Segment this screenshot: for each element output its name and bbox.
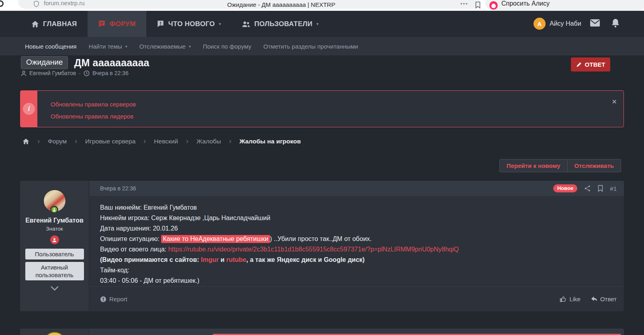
messages-icon[interactable]	[590, 19, 600, 27]
thread-title: ДМ аааааааааа	[74, 57, 149, 69]
site-security-icon[interactable]	[33, 0, 39, 7]
nav-users[interactable]: ПОЛЬЗОВАТЕЛИ ▾	[231, 11, 329, 37]
nav-whats-new[interactable]: ЧТО НОВОГО ▾	[146, 11, 231, 37]
thread-author-link[interactable]: Евгений Гумбатов	[29, 70, 76, 76]
post-1: Евгений Гумбатов Знаток Пользователь Акт…	[20, 181, 624, 311]
reply-post-button[interactable]: Ответ	[591, 296, 617, 302]
breadcrumb-player-complaints[interactable]: Жалобы на игроков	[239, 138, 301, 145]
thread-header: Ожидание ДМ аааааааааа	[21, 56, 149, 69]
chevron-down-icon: ▾	[219, 22, 221, 26]
rutube-link[interactable]: rutube	[226, 256, 246, 263]
author-rank: Знаток	[46, 226, 63, 232]
whats-new-icon	[157, 20, 164, 28]
tab-title: Ожидание - ДМ аааааааааа | NEXTRP	[161, 1, 402, 8]
subnav-watched[interactable]: Отслеживаемые▾	[139, 43, 191, 50]
post-header: Вчера в 22:36 Новое #1	[90, 181, 624, 196]
report-icon	[100, 296, 106, 302]
rutube-video-link[interactable]: https://rutube.ru/video/private/2c3b1c11…	[168, 246, 459, 253]
chevron-down-icon: ▾	[317, 22, 319, 26]
notice-accent-strip: i	[20, 91, 37, 127]
notifications-icon[interactable]	[611, 18, 620, 28]
notice-banner: i Обновлены правила серверов Обновлены п…	[20, 90, 624, 127]
thread-date-link[interactable]: Вчера в 22:36	[92, 70, 129, 76]
bookmark-page-icon[interactable]	[475, 1, 481, 9]
share-icon[interactable]	[584, 185, 591, 192]
post-body: Ваш никнейм: Евгений Гумбатов Никнейм иг…	[90, 196, 624, 286]
nav-user-area: А Айсу Наби	[534, 18, 638, 31]
url-text: forum.nextrp.ru	[44, 0, 85, 6]
person-icon	[21, 70, 27, 76]
nav-home[interactable]: ГЛАВНАЯ	[21, 11, 88, 37]
post-2-partial	[20, 329, 624, 335]
post-line: Тайм-код:	[100, 265, 613, 276]
ask-alisa-button[interactable]: Спросить Алису	[485, 0, 644, 10]
breadcrumb-home-icon[interactable]	[22, 138, 29, 145]
post-line: Опишите ситуацию: Какие то НеАдекватные …	[100, 234, 613, 244]
subnav-mark-read[interactable]: Отметить разделы прочитанными	[264, 43, 358, 50]
breadcrumb-nevsky[interactable]: Невский	[154, 138, 178, 145]
post-main: Вчера в 22:36 Новое #1 Ваш никнейм: Евге…	[90, 181, 624, 311]
reply-arrow-icon	[591, 296, 597, 302]
notice-link-server-rules[interactable]: Обновлены правила серверов	[51, 98, 136, 110]
post-number-link[interactable]: #1	[610, 185, 617, 192]
post-line: Дата нарушения: 20.01.26	[100, 223, 613, 234]
browser-bar: forum.nextrp.ru Ожидание - ДМ аааааааааа…	[0, 0, 644, 11]
highlighted-text: Какие то НеАдекватные ребятишки	[161, 235, 270, 243]
thread-meta: Евгений Гумбатов · Вчера в 22:36	[21, 70, 129, 76]
pencil-icon	[576, 62, 582, 67]
users-icon	[242, 20, 250, 28]
subnav-new-posts[interactable]: Новые сообщения	[25, 43, 77, 50]
jump-to-new-button[interactable]: Перейти к новому	[500, 159, 567, 172]
author-avatar	[43, 332, 66, 335]
notice-link-leader-rules[interactable]: Обновлены правила лидеров	[51, 110, 136, 123]
bookmark-icon[interactable]	[597, 185, 603, 192]
like-button[interactable]: Like	[560, 296, 581, 302]
post-footer: Report Like Ответ	[90, 286, 624, 311]
imgur-link[interactable]: Imgur	[201, 256, 219, 263]
post-line: Видео от своего лица: https://rutube.ru/…	[100, 244, 613, 255]
post-author-panel	[20, 329, 89, 335]
subnav-search-forum[interactable]: Поиск по форуму	[203, 43, 251, 50]
nav-forum[interactable]: ФОРУМ	[88, 11, 146, 37]
user-avatar[interactable]: А	[534, 18, 546, 30]
post-line: Никнейм игрока: Серж Квернадзе ,Царь Наи…	[100, 213, 613, 223]
expand-author-chevron-icon[interactable]	[50, 286, 59, 291]
forum-icon	[98, 20, 106, 28]
browser-menu-icon[interactable]: •••	[460, 1, 468, 7]
info-icon: i	[23, 103, 35, 115]
user-name[interactable]: Айсу Наби	[550, 20, 581, 27]
browser-fragment	[0, 0, 4, 7]
clock-icon	[84, 70, 90, 76]
post-line: (Видео принимаются с сайтов: Imgur и rut…	[100, 255, 613, 265]
online-status-icon	[50, 206, 58, 214]
post-timestamp-link[interactable]: Вчера в 22:36	[100, 185, 136, 192]
author-banner-user: Пользователь	[25, 249, 84, 259]
author-banner-active-user: Активный пользователь	[25, 262, 84, 280]
close-icon[interactable]: ✕	[612, 98, 617, 106]
sub-nav: Новые сообщения Найти темы▾ Отслеживаемы…	[0, 37, 644, 55]
post-line: Ваш никнейм: Евгений Гумбатов	[100, 202, 613, 213]
breadcrumb-complaints[interactable]: Жалобы	[196, 138, 221, 145]
watch-thread-button[interactable]: Отслеживать	[567, 159, 621, 172]
subnav-find-threads[interactable]: Найти темы▾	[89, 43, 127, 50]
breadcrumb-forum[interactable]: Форум	[48, 138, 67, 145]
report-button[interactable]: Report	[100, 296, 127, 302]
breadcrumb-game-servers[interactable]: Игровые сервера	[85, 138, 135, 145]
author-name-link[interactable]: Евгений Гумбатов	[25, 217, 84, 224]
post-line: 03:40 - 05:06 - ДМ от ребятишек.)	[100, 276, 613, 286]
chevron-down-icon: ▾	[189, 44, 191, 49]
reply-button[interactable]: ОТВЕТ	[571, 57, 610, 71]
thread-actions: Перейти к новому Отслеживать	[499, 159, 621, 172]
chevron-down-icon: ▾	[125, 44, 127, 49]
breadcrumb: › Форум › Игровые сервера › Невский › Жа…	[22, 137, 301, 145]
home-icon	[31, 20, 39, 28]
thread-status-badge[interactable]: Ожидание	[21, 56, 68, 69]
alisa-icon	[489, 1, 498, 10]
thumb-up-icon	[560, 296, 566, 302]
new-badge: Новое	[553, 184, 577, 192]
post-author-panel: Евгений Гумбатов Знаток Пользователь Акт…	[20, 181, 89, 311]
role-badge-icon	[50, 235, 59, 244]
